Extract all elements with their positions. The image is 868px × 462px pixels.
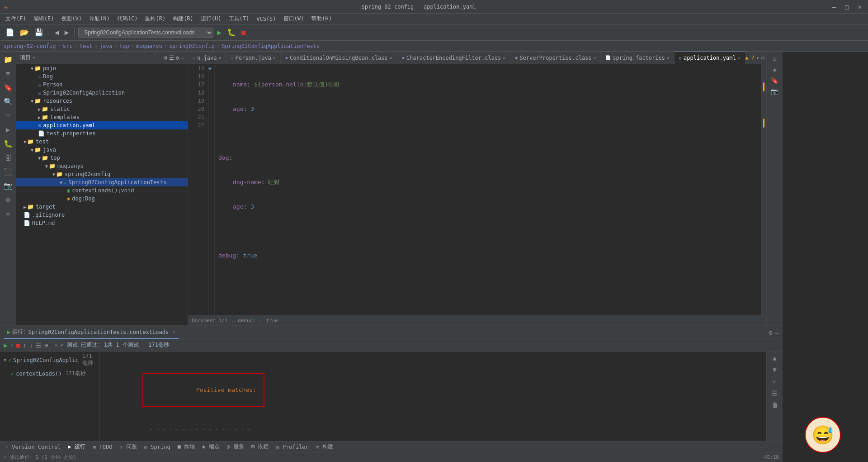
menu-item-v[interactable]: 视图(V) bbox=[57, 14, 85, 24]
menu-item-n[interactable]: 导航(N) bbox=[85, 14, 113, 24]
menu-item-u[interactable]: 运行(U) bbox=[197, 14, 225, 24]
tab-close-application-yaml[interactable]: ✕ bbox=[738, 56, 741, 61]
tree-item-muquanyu[interactable]: ▼ 📁 muquanyu bbox=[16, 162, 188, 170]
tree-item-test-props[interactable]: 📄 test.properties bbox=[16, 129, 188, 138]
tree-item-resources[interactable]: ▼ 📁 resources bbox=[16, 97, 188, 105]
menu-item-f[interactable]: 文件(F) bbox=[2, 14, 30, 24]
tab-application-yaml[interactable]: ⚙ application.yaml ✕ bbox=[675, 52, 745, 64]
sidebar-tool-4[interactable]: — bbox=[181, 55, 184, 61]
breadcrumb-test[interactable]: test bbox=[80, 43, 93, 49]
tree-item-contextloads[interactable]: ◉ contextLoads();void bbox=[16, 186, 188, 195]
panel-tab-build[interactable]: ⚒ 构建 bbox=[312, 441, 337, 452]
tab-cond-class[interactable]: ◈ ConditionalOnMissingBean.class ✕ bbox=[281, 52, 397, 64]
debug-button[interactable]: 🐛 bbox=[225, 27, 238, 38]
tab-char-filter[interactable]: ◈ CharacterEncodingFilter.class ✕ bbox=[397, 52, 511, 64]
run-filter[interactable]: ☰ bbox=[36, 342, 42, 349]
menu-item-h[interactable]: 帮助(H) bbox=[307, 14, 335, 24]
run-tree-item-contextloads[interactable]: ✓ contextLoads() 171毫秒 bbox=[0, 368, 99, 379]
tree-item-spring02app[interactable]: ☕ Spring02ConfigApplication bbox=[16, 89, 188, 97]
breadcrumb-top[interactable]: top bbox=[119, 43, 129, 49]
run-tool-wrap[interactable]: ↩ bbox=[772, 377, 777, 386]
run-button[interactable]: ▶ bbox=[215, 27, 223, 38]
toolbar-forward-button[interactable]: ▶ bbox=[63, 27, 71, 38]
menu-item-c[interactable]: 代码(C) bbox=[113, 14, 142, 24]
tab-spring-factories[interactable]: 📄 spring.factories ✕ bbox=[601, 52, 675, 64]
expand-left-icon[interactable]: » bbox=[4, 208, 12, 220]
panel-tab-terminal[interactable]: ▣ 终端 bbox=[174, 441, 198, 452]
run-tree-item-app[interactable]: ▼ ✓ Spring02ConfigApplic 171毫秒 bbox=[0, 352, 99, 368]
toolbar-open-button[interactable]: 📂 bbox=[18, 27, 31, 38]
run-filter2[interactable]: ⊞ bbox=[44, 342, 48, 349]
toolbar-save-button[interactable]: 💾 bbox=[33, 27, 45, 38]
rerun-button[interactable]: ▶ bbox=[4, 342, 7, 349]
camera-icon[interactable]: 📷 bbox=[2, 180, 14, 192]
tree-item-pojo[interactable]: ▼ 📁 pojo bbox=[16, 64, 188, 72]
sidebar-tool-1[interactable]: ⊞ bbox=[164, 55, 167, 61]
sidebar-dropdown-icon[interactable]: ▾ bbox=[33, 55, 36, 61]
minimize-button[interactable]: — bbox=[830, 2, 839, 11]
tree-item-top[interactable]: ▼ 📁 top bbox=[16, 154, 188, 162]
panel-minimize-button[interactable]: — bbox=[775, 329, 779, 336]
panel-tab-spring[interactable]: ◎ Spring bbox=[141, 441, 174, 452]
close-button[interactable]: ✕ bbox=[855, 2, 864, 11]
panel-tab-problems[interactable]: ⚠ 问题 bbox=[116, 441, 140, 452]
tab-close-char-filter[interactable]: ✕ bbox=[503, 55, 505, 60]
menu-item-e[interactable]: 编辑(E) bbox=[30, 14, 58, 24]
panel-tab-todo[interactable]: ≡ TODO bbox=[89, 441, 116, 452]
debug-left-icon[interactable]: 🐛 bbox=[2, 138, 14, 150]
tree-item-spring02tests[interactable]: ▼ ☕ Spring02ConfigApplicationTests bbox=[16, 178, 188, 186]
tree-item-person[interactable]: ☕ Person bbox=[16, 81, 188, 89]
panel-tab-vcs[interactable]: ⑂ Version Control bbox=[2, 441, 65, 452]
breadcrumb-java[interactable]: java bbox=[99, 43, 113, 49]
breadcrumb-tests-class[interactable]: Spring02ConfigApplicationTests bbox=[222, 43, 320, 49]
run-sort-desc[interactable]: ↓ bbox=[29, 342, 33, 349]
tree-item-target[interactable]: ▶ 📁 target bbox=[16, 203, 188, 211]
breadcrumb-src[interactable]: src bbox=[63, 43, 73, 49]
run-tool-filter[interactable]: ☰ bbox=[771, 389, 778, 398]
tree-item-dogdog[interactable]: ◈ dog:Dog bbox=[16, 195, 188, 203]
panel-tab-run[interactable]: ▶ 运行 bbox=[65, 441, 89, 452]
editor-scrollbar[interactable] bbox=[761, 64, 766, 315]
project-icon[interactable]: 📁 bbox=[2, 53, 14, 66]
tree-item-application-yaml[interactable]: ⚙ application.yaml bbox=[16, 121, 188, 129]
run-stop-button[interactable]: ■ bbox=[16, 342, 20, 349]
run-tool-down[interactable]: ▼ bbox=[772, 365, 777, 374]
sidebar-tool-3[interactable]: ⚙ bbox=[176, 55, 179, 61]
menu-item-b[interactable]: 构建(B) bbox=[169, 14, 197, 24]
git-icon[interactable]: ⑂ bbox=[4, 110, 12, 122]
panel-tab-services[interactable]: ◎ 服务 bbox=[223, 441, 248, 452]
tab-close-spring-factories[interactable]: ✕ bbox=[667, 55, 670, 60]
tab-person-java[interactable]: ☕ Person.java ✕ bbox=[226, 52, 281, 64]
tab-n-java[interactable]: ☕ n.java ✕ bbox=[188, 52, 226, 64]
panel-tab-endpoints[interactable]: ◈ 端点 bbox=[198, 441, 223, 452]
toolbar-new-button[interactable]: 📄 bbox=[4, 27, 16, 38]
code-editor[interactable]: 15 16 17 18 19 20 21 22 ◈ bbox=[188, 64, 766, 315]
code-content[interactable]: name: ${person.hello:默认值}旺财 age: 3 dog: … bbox=[215, 64, 761, 315]
tab-close-server-props[interactable]: ✕ bbox=[593, 55, 596, 60]
tree-item-spring02config[interactable]: ▼ 📁 spring02config bbox=[16, 170, 188, 178]
bookmark-icon[interactable]: 🔖 bbox=[2, 81, 14, 94]
panel-settings-button[interactable]: ⚙ bbox=[769, 329, 772, 336]
panel-tab-profiler[interactable]: ◎ Profiler bbox=[272, 441, 312, 452]
tab-close-cond-class[interactable]: ✕ bbox=[390, 55, 392, 60]
run-sort-asc[interactable]: ↑ bbox=[23, 342, 26, 349]
run-icon[interactable]: ▶ bbox=[4, 124, 12, 136]
find-icon[interactable]: 🔍 bbox=[2, 95, 14, 108]
right-icon-2[interactable]: ◈ bbox=[773, 66, 776, 73]
run-tool-up[interactable]: ▲ bbox=[772, 353, 777, 362]
menu-item-vcss[interactable]: VCS(S) bbox=[253, 15, 279, 23]
breadcrumb-spring02config[interactable]: spring02config bbox=[169, 43, 215, 49]
menu-item-r[interactable]: 重构(R) bbox=[141, 14, 169, 24]
tree-item-static[interactable]: ▶ 📁 static bbox=[16, 105, 188, 113]
breadcrumb-muquanyu[interactable]: muquanyu bbox=[136, 43, 162, 49]
tree-item-templates[interactable]: ▶ 📁 templates bbox=[16, 113, 188, 121]
structure-icon[interactable]: ≡ bbox=[4, 67, 12, 80]
tab-close-n-java[interactable]: ✕ bbox=[218, 55, 221, 60]
right-icon-1[interactable]: ≡ bbox=[773, 55, 776, 62]
tab-server-props[interactable]: ◈ ServerProperties.class ✕ bbox=[510, 52, 601, 64]
stop-button[interactable]: ■ bbox=[240, 27, 248, 38]
tab-list-button[interactable]: ▾ bbox=[756, 55, 760, 61]
run-tool-clear[interactable]: 🗑 bbox=[771, 400, 779, 410]
right-icon-bookmark[interactable]: 🔖 bbox=[771, 77, 778, 84]
settings-icon[interactable]: ⚙ bbox=[4, 194, 12, 206]
